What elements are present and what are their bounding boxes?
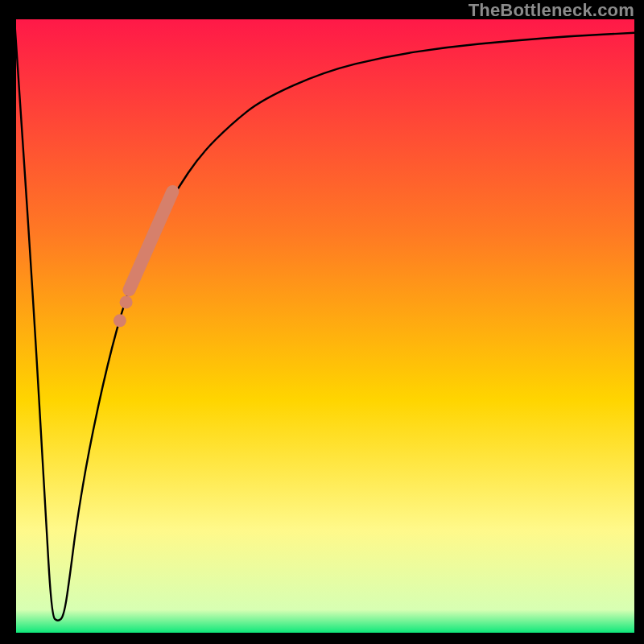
chart-canvas — [0, 0, 644, 644]
plot-background — [14, 19, 634, 634]
bottleneck-chart: TheBottleneck.com — [0, 0, 644, 644]
highlighted-dot-1 — [120, 295, 133, 308]
highlighted-dot-2 — [114, 314, 126, 327]
